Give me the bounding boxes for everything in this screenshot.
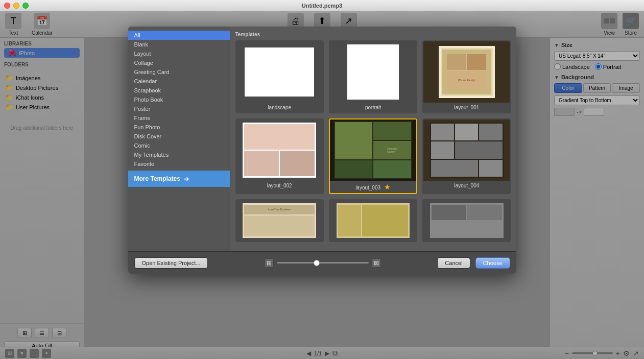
templates-header: Templates xyxy=(235,32,511,37)
menu-item-photo-book[interactable]: Photo Book xyxy=(128,95,230,104)
menu-item-layout[interactable]: Layout xyxy=(128,49,230,58)
modal-overlay: All Blank Layout Collage Greeting Card C… xyxy=(0,11,644,359)
landscape-preview xyxy=(245,47,314,97)
menu-item-greeting-card[interactable]: Greeting Card xyxy=(128,67,230,77)
template-thumb-portrait xyxy=(330,41,416,103)
zoom-thumb[interactable] xyxy=(314,260,320,266)
modal-sidebar: All Blank Layout Collage Greeting Card C… xyxy=(128,27,230,251)
menu-item-frame[interactable]: Frame xyxy=(128,113,230,123)
layout-biz: Love Your Business xyxy=(243,203,316,238)
portrait-preview xyxy=(347,44,399,100)
menu-item-calendar[interactable]: Calendar xyxy=(128,77,230,86)
layout004-preview xyxy=(430,123,504,178)
modal-inner: All Blank Layout Collage Greeting Card C… xyxy=(128,27,516,251)
maximize-button[interactable] xyxy=(22,3,29,9)
close-button[interactable] xyxy=(4,3,10,9)
template-thumb-row3-1: Love Your Business xyxy=(236,200,323,241)
window-title: Untitled.pcmp3 xyxy=(302,3,342,9)
template-landscape[interactable]: landscape xyxy=(235,40,324,113)
template-label-layout003: layout_003 ★ xyxy=(353,181,393,193)
template-thumb-layout003: AmazingNature xyxy=(330,119,416,181)
menu-item-all[interactable]: All xyxy=(128,31,230,40)
menu-item-favorite[interactable]: Favorite xyxy=(128,159,230,169)
template-layout003[interactable]: AmazingNature layout_003 ★ xyxy=(329,118,417,194)
template-label-layout004: layout_004 xyxy=(452,181,481,190)
zoom-large-icon[interactable]: ⊠ xyxy=(372,258,381,268)
open-existing-button[interactable]: Open Existing Project... xyxy=(134,257,208,269)
menu-item-scrapbook[interactable]: Scrapbook xyxy=(128,86,230,95)
layout003-preview: AmazingNature xyxy=(334,121,412,179)
template-layout002[interactable]: layout_002 xyxy=(235,118,324,194)
more-templates-arrow-icon: ➜ xyxy=(183,175,189,183)
template-row3-3[interactable] xyxy=(422,199,511,242)
layout001-preview: We are Family! xyxy=(439,46,495,98)
choose-button[interactable]: Choose xyxy=(475,257,510,269)
zoom-track[interactable] xyxy=(277,262,369,264)
zoom-controls: ⊞ ⊠ xyxy=(265,258,381,268)
modal-footer: Open Existing Project... ⊞ ⊠ Cancel Choo… xyxy=(128,251,516,274)
template-layout004[interactable]: layout_004 xyxy=(422,118,511,194)
zoom-small-icon[interactable]: ⊞ xyxy=(265,258,274,268)
window-controls[interactable] xyxy=(4,3,29,9)
layout-gold xyxy=(337,203,410,238)
modal-content: Templates landscape portrait xyxy=(230,27,516,251)
cancel-button[interactable]: Cancel xyxy=(437,257,470,269)
more-templates-button[interactable]: More Templates ➜ xyxy=(128,171,230,187)
template-portrait[interactable]: portrait xyxy=(329,40,417,113)
template-grid: landscape portrait xyxy=(235,40,511,242)
template-thumb-landscape xyxy=(236,41,323,103)
layout002-preview xyxy=(243,123,316,178)
titlebar: Untitled.pcmp3 xyxy=(0,0,644,11)
menu-item-my-templates[interactable]: My Templates xyxy=(128,150,230,159)
template-row3-1[interactable]: Love Your Business xyxy=(235,199,324,242)
template-thumb-layout001: We are Family! xyxy=(423,41,510,103)
menu-item-poster[interactable]: Poster xyxy=(128,104,230,113)
template-thumb-row3-3 xyxy=(423,200,510,241)
template-label-portrait: portrait xyxy=(363,103,383,112)
template-label-landscape: landscape xyxy=(266,103,293,112)
star-badge-icon: ★ xyxy=(384,183,391,191)
template-label-layout002: layout_002 xyxy=(265,181,294,190)
template-label-layout001: layout_001 xyxy=(452,103,481,112)
menu-item-disk-cover[interactable]: Disk Cover xyxy=(128,132,230,141)
template-row3-2[interactable] xyxy=(329,199,417,242)
layout-bw xyxy=(430,203,504,238)
minimize-button[interactable] xyxy=(13,3,19,9)
template-modal: All Blank Layout Collage Greeting Card C… xyxy=(128,27,516,274)
menu-item-blank[interactable]: Blank xyxy=(128,40,230,49)
template-thumb-layout004 xyxy=(423,119,510,181)
more-templates-label: More Templates xyxy=(134,175,180,182)
menu-item-fun-photo[interactable]: Fun Photo xyxy=(128,123,230,132)
menu-item-collage[interactable]: Collage xyxy=(128,58,230,67)
menu-item-comic[interactable]: Comic xyxy=(128,141,230,150)
template-layout001[interactable]: We are Family! layout_001 xyxy=(422,40,511,113)
template-thumb-row3-2 xyxy=(330,200,416,241)
template-thumb-layout002 xyxy=(236,119,323,181)
